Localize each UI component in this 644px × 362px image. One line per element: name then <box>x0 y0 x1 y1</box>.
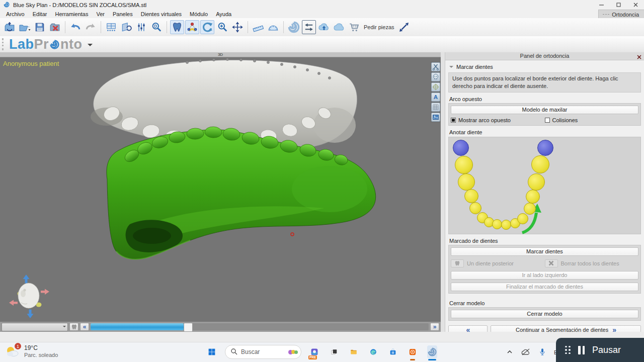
show-opposite-arch-option[interactable]: Mostrar arco opuesto <box>451 117 545 123</box>
model-select-combobox[interactable] <box>2 323 68 331</box>
scroll-left-button[interactable]: « <box>80 323 89 331</box>
swap-views-button[interactable] <box>302 20 316 34</box>
posterior-tooth-icon-button[interactable] <box>451 259 464 267</box>
drag-handle-icon[interactable] <box>565 346 571 354</box>
cut-tool-button[interactable] <box>431 62 440 71</box>
arch-tooth-yellow[interactable] <box>524 203 536 215</box>
panels-button[interactable] <box>119 20 133 34</box>
annotation-text-button[interactable]: A <box>431 93 440 102</box>
fit-view-button[interactable] <box>397 20 411 34</box>
edge-browser-icon[interactable] <box>367 345 380 358</box>
toolbar-separator <box>248 21 248 33</box>
arch-tooth-yellow[interactable] <box>528 173 545 191</box>
delete-all-teeth-icon-button[interactable] <box>545 259 558 267</box>
collapse-indicator-icon <box>449 66 453 70</box>
order-parts-label: Pedir piezas <box>364 24 394 30</box>
menu-item-paneles[interactable]: Paneles <box>109 11 137 18</box>
arch-tooth-yellow[interactable] <box>531 155 549 173</box>
lower-jaw-model[interactable] <box>107 126 376 259</box>
collisions-checkbox[interactable] <box>545 118 550 123</box>
arch-tooth-yellow[interactable] <box>464 189 478 203</box>
collisions-option[interactable]: Colisiones <box>545 117 639 123</box>
mark-teeth-button[interactable]: Marcar dientes <box>451 247 638 256</box>
cloud-upload-button[interactable] <box>317 20 331 34</box>
orientation-head-widget[interactable] <box>9 275 49 318</box>
minimize-button[interactable] <box>593 0 610 10</box>
menu-bar: ArchivoEditarHerramientasVerPanelesDient… <box>0 10 644 18</box>
copilot-icon[interactable]: PRE <box>308 345 321 358</box>
logo-dropdown-caret[interactable] <box>88 44 93 49</box>
posterior-tooth-option[interactable]: Un diente posterior <box>451 259 545 268</box>
skull-view-button[interactable] <box>431 72 440 81</box>
running-app-icon[interactable] <box>406 345 419 358</box>
file-explorer-icon[interactable] <box>347 345 360 358</box>
menu-item-archivo[interactable]: Archivo <box>2 11 29 18</box>
menu-item-editar[interactable]: Editar <box>29 11 51 18</box>
maximize-button[interactable] <box>610 0 627 10</box>
menu-item-m-dulo[interactable]: Módulo <box>186 11 212 18</box>
open-project-button[interactable] <box>18 20 32 34</box>
panel-close-button[interactable] <box>636 53 642 59</box>
protractor-button[interactable] <box>266 20 280 34</box>
import-model-button[interactable] <box>3 20 17 34</box>
tooth-step-button[interactable] <box>69 323 78 331</box>
recorder-pause-button[interactable]: Pausar <box>592 345 621 355</box>
arch-tooth-yellow[interactable] <box>526 190 540 204</box>
go-left-side-button[interactable]: Ir al lado izquierdo <box>451 271 638 280</box>
arch-tooth-yellow[interactable] <box>501 220 511 230</box>
delete-all-teeth-option[interactable]: Borrar todos los dientes <box>545 259 639 268</box>
microsoft-store-icon[interactable] <box>386 345 399 358</box>
splitter[interactable] <box>441 52 445 332</box>
bluesky-spiral-button[interactable] <box>287 20 301 34</box>
arch-tooth-yellow[interactable] <box>455 156 473 174</box>
maxilla-model-button[interactable]: Modelo de maxilar <box>451 106 638 114</box>
arch-annotate-tool-button[interactable] <box>185 20 199 34</box>
settings-sliders-button[interactable] <box>134 20 148 34</box>
cloud-button[interactable] <box>332 20 346 34</box>
task-view-icon[interactable] <box>328 345 341 358</box>
scrollbar-thumb[interactable] <box>184 323 193 332</box>
redo-button[interactable] <box>84 20 98 34</box>
blue-sky-plan-taskbar-icon[interactable] <box>426 345 439 358</box>
layout-grid-button[interactable] <box>104 20 118 34</box>
arch-tooth-yellow[interactable] <box>458 173 475 191</box>
model-scrollbar-track[interactable] <box>91 323 429 330</box>
menu-item-dientes-virtuales[interactable]: Dientes virtuales <box>137 11 186 18</box>
finalize-marking-button[interactable]: Finalizar el marcado de dientes <box>451 283 638 291</box>
zoom-dialog-button[interactable]: D <box>149 20 164 34</box>
section-mark-teeth[interactable]: Marcar dientes <box>449 64 640 70</box>
close-button[interactable] <box>627 0 644 10</box>
order-parts-cart-button[interactable] <box>347 20 362 34</box>
onedrive-paused-icon[interactable] <box>521 348 531 357</box>
arch-tooth-yellow[interactable] <box>517 213 528 224</box>
arch-tooth-yellow[interactable] <box>492 219 502 229</box>
3d-viewport[interactable]: Anonymous patient A <box>0 57 441 322</box>
search-box[interactable]: Buscar <box>225 345 301 359</box>
ruler-button[interactable] <box>251 20 265 34</box>
grid-toggle-button[interactable] <box>431 103 440 112</box>
tray-chevron-up-icon[interactable] <box>506 349 513 356</box>
zoom-in-button[interactable] <box>215 20 229 34</box>
delete-project-button[interactable] <box>48 20 62 34</box>
scroll-right-button[interactable]: » <box>430 323 439 331</box>
close-model-button[interactable]: Cerrar modelo <box>451 310 638 318</box>
menu-item-herramientas[interactable]: Herramientas <box>51 11 92 18</box>
rotate-view-button[interactable] <box>200 20 214 34</box>
microphone-icon[interactable] <box>538 347 546 357</box>
save-project-button[interactable] <box>33 20 47 34</box>
menu-item-ayuda[interactable]: Ayuda <box>212 11 235 18</box>
arch-tooth-blue[interactable] <box>537 140 553 156</box>
tooth-tool-button[interactable] <box>170 20 184 34</box>
undo-button[interactable] <box>68 20 83 34</box>
show-opposite-arch-checkbox[interactable] <box>451 118 456 123</box>
arch-tooth-blue[interactable] <box>453 140 469 156</box>
3d-model[interactable] <box>0 57 441 322</box>
crosshair-target-button[interactable] <box>431 82 440 92</box>
scrollbar-fill <box>91 323 184 330</box>
weather-widget[interactable]: 1 19°C Parc. soleado <box>5 344 58 359</box>
screenshot-button[interactable] <box>431 113 440 122</box>
tooth-arch-diagram[interactable] <box>448 137 641 234</box>
pan-view-button[interactable] <box>230 20 245 34</box>
start-button[interactable] <box>205 345 218 358</box>
menu-item-ver[interactable]: Ver <box>92 11 109 18</box>
